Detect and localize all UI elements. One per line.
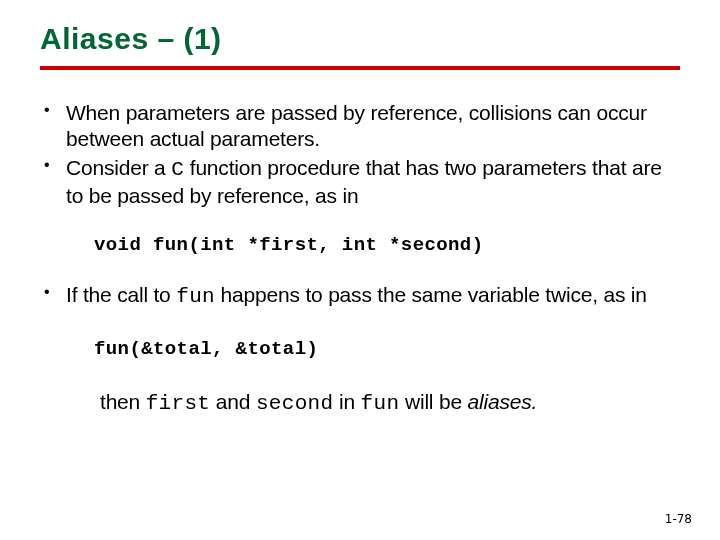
code-fun-2: fun [361,392,400,415]
bullet-list: When parameters are passed by reference,… [40,100,680,208]
code-call: fun(&total, &total) [94,338,680,360]
bullet-3-text-c: happens to pass the same variable twice,… [215,283,647,306]
lang-c: C [171,158,184,181]
bullet-list-2: If the call to fun happens to pass the s… [40,282,680,310]
concl-g: will be [399,390,467,413]
page-number: 1-78 [665,512,692,526]
concl-c: and [210,390,256,413]
slide: Aliases – (1) When parameters are passed… [0,0,720,540]
bullet-1: When parameters are passed by reference,… [66,100,680,151]
concl-a: then [100,390,146,413]
code-signature: void fun(int *first, int *second) [94,234,680,256]
slide-title: Aliases – (1) [40,22,680,56]
code-fun-1: fun [176,285,215,308]
concl-e: in [333,390,360,413]
bullet-2-text-a: Consider a [66,156,171,179]
code-second: second [256,392,333,415]
bullet-3: If the call to fun happens to pass the s… [66,282,680,310]
code-first: first [146,392,211,415]
bullet-2: Consider a C function procedure that has… [66,155,680,208]
conclusion-line: then first and second in fun will be ali… [100,390,680,415]
bullet-3-text-a: If the call to [66,283,176,306]
title-rule [40,66,680,70]
term-aliases: aliases. [468,390,538,413]
bullet-1-text: When parameters are passed by reference,… [66,101,647,150]
